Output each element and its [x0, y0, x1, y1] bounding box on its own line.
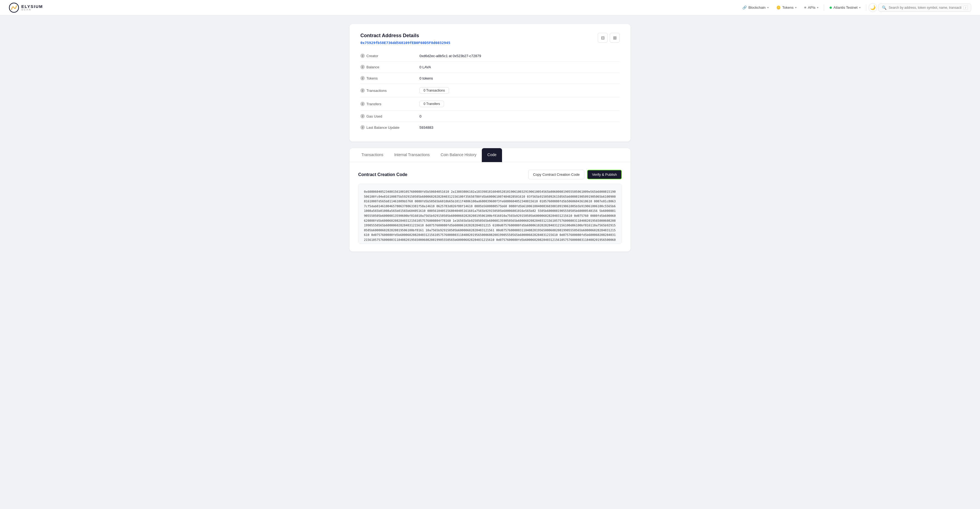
tokens-label: Tokens — [366, 76, 378, 80]
navbar-nav: 🔗 Blockchain ▾ 🪙 Tokens ▾ ≡ APIs ▾ Atlan… — [739, 3, 971, 12]
tokens-icon: 🪙 — [776, 5, 781, 10]
code-section-actions: Copy Contract Creation Code Verify & Pub… — [528, 170, 622, 179]
last-balance-row: i Last Balance Update 5934883 — [360, 122, 620, 133]
creator-value[interactable]: 0xd6d2ec-a8b5c1 at 0x523b27-c72879 — [420, 54, 481, 58]
view-toggle-grid-btn[interactable]: ⊞ — [610, 33, 620, 43]
verify-publish-button[interactable]: Verify & Publish — [587, 170, 622, 179]
logo[interactable]: ELYSIUM SCAN — [9, 2, 43, 13]
chevron-down-icon: ▾ — [817, 6, 818, 9]
transactions-label: Transactions — [366, 89, 387, 93]
contract-creation-code-block: 0x608060405234801561001057600080fd5b5060… — [358, 184, 622, 244]
transfers-row: i Transfers 0 Transfers — [360, 97, 620, 111]
dark-mode-toggle[interactable]: 🌙 — [869, 3, 877, 12]
creator-info-icon: i — [360, 54, 365, 58]
chevron-down-icon: ▾ — [859, 6, 861, 9]
code-content: 0x608060405234801561001057600080fd5b5060… — [364, 190, 616, 244]
tokens-value: 0 tokens — [420, 76, 433, 80]
transfers-badge[interactable]: 0 Transfers — [420, 100, 444, 107]
view-toggle-list-btn[interactable]: ⊟ — [598, 33, 608, 43]
tabs-body: Contract Creation Code Copy Contract Cre… — [350, 162, 630, 251]
copy-contract-creation-code-button[interactable]: Copy Contract Creation Code — [528, 170, 584, 179]
nav-blockchain[interactable]: 🔗 Blockchain ▾ — [739, 4, 772, 11]
code-section-title: Contract Creation Code — [358, 172, 407, 177]
balance-value: 0 LAVA — [420, 65, 431, 69]
search-bar: 🔍 / — [878, 3, 971, 12]
creator-label: Creator — [366, 54, 378, 58]
transactions-info-icon: i — [360, 88, 365, 93]
tab-coin-balance-history[interactable]: Coin Balance History — [435, 148, 482, 162]
gas-used-row: i Gas Used 0 — [360, 111, 620, 122]
navbar: ELYSIUM SCAN 🔗 Blockchain ▾ 🪙 Tokens ▾ ≡… — [0, 0, 980, 15]
contract-address[interactable]: 0x75929fb58E736dd568109fEB0F60D5F8d60329… — [360, 41, 450, 45]
transfers-label-container: i Transfers — [360, 102, 415, 106]
logo-main-text: ELYSIUM — [21, 4, 43, 8]
blockchain-icon: 🔗 — [742, 5, 747, 10]
creator-row: i Creator 0xd6d2ec-a8b5c1 at 0x523b27-c7… — [360, 50, 620, 62]
nav-apis[interactable]: ≡ APIs ▾ — [801, 4, 822, 11]
balance-row: i Balance 0 LAVA — [360, 62, 620, 73]
tabs-header: Transactions Internal Transactions Coin … — [350, 148, 630, 162]
contract-details-card: Contract Address Details 0x75929fb58E736… — [350, 24, 630, 142]
transactions-badge[interactable]: 0 Transactions — [420, 87, 449, 94]
code-section-header: Contract Creation Code Copy Contract Cre… — [358, 170, 622, 179]
chevron-down-icon: ▾ — [795, 6, 797, 9]
gas-used-value: 0 — [420, 114, 422, 118]
gas-used-label: Gas Used — [366, 114, 382, 118]
moon-icon: 🌙 — [870, 5, 875, 10]
tokens-row: i Tokens 0 tokens — [360, 73, 620, 84]
card-title-block: Contract Address Details 0x75929fb58E736… — [360, 33, 450, 45]
tokens-info-icon: i — [360, 76, 365, 80]
tabs-card: Transactions Internal Transactions Coin … — [350, 148, 630, 251]
chevron-down-icon: ▾ — [767, 6, 768, 9]
gas-used-label-container: i Gas Used — [360, 114, 415, 118]
last-balance-value: 5934883 — [420, 126, 433, 130]
last-balance-label: Last Balance Update — [366, 126, 399, 130]
nav-network[interactable]: Atlantis Testnet ▾ — [826, 4, 864, 11]
tab-transactions[interactable]: Transactions — [356, 148, 389, 162]
transactions-value: 0 Transactions — [420, 87, 449, 94]
balance-info-icon: i — [360, 65, 365, 69]
logo-sub-text: SCAN — [21, 8, 43, 11]
balance-label-container: i Balance — [360, 65, 415, 69]
card-header: Contract Address Details 0x75929fb58E736… — [360, 33, 620, 45]
tab-internal-transactions[interactable]: Internal Transactions — [389, 148, 435, 162]
logo-icon — [9, 2, 19, 13]
tokens-label-container: i Tokens — [360, 76, 415, 80]
transactions-row: i Transactions 0 Transactions — [360, 84, 620, 97]
nav-tokens[interactable]: 🪙 Tokens ▾ — [773, 4, 800, 11]
nav-divider-2 — [866, 4, 866, 11]
last-balance-label-container: i Last Balance Update — [360, 125, 415, 130]
gas-used-info-icon: i — [360, 114, 365, 118]
creator-label-container: i Creator — [360, 54, 415, 58]
network-status-dot — [830, 6, 832, 9]
last-balance-info-icon: i — [360, 125, 365, 130]
card-title: Contract Address Details — [360, 33, 450, 38]
transfers-label: Transfers — [366, 102, 381, 106]
transfers-info-icon: i — [360, 102, 365, 106]
search-slash: / — [964, 5, 968, 10]
transactions-label-container: i Transactions — [360, 88, 415, 93]
transfers-value: 0 Transfers — [420, 100, 444, 107]
apis-icon: ≡ — [804, 5, 807, 10]
tab-code[interactable]: Code — [482, 148, 502, 162]
balance-label: Balance — [366, 65, 379, 69]
main-content: Contract Address Details 0x75929fb58E736… — [345, 24, 635, 251]
card-actions: ⊟ ⊞ — [598, 33, 620, 43]
search-icon: 🔍 — [882, 5, 886, 10]
search-input[interactable] — [889, 6, 961, 10]
